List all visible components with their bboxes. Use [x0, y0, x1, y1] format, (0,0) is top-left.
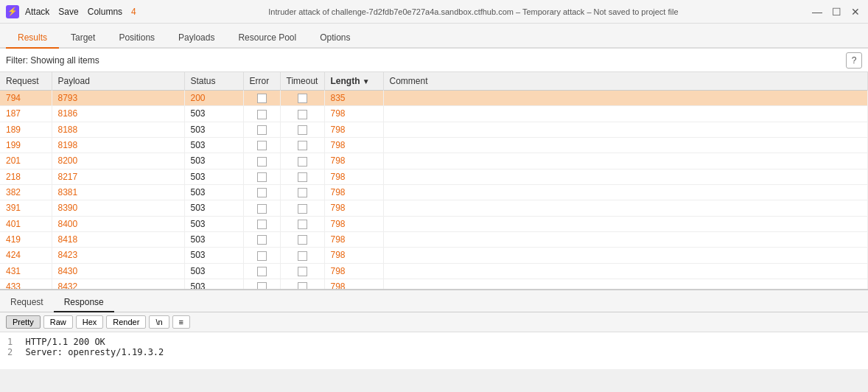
cell-request: 419 — [0, 231, 52, 247]
table-row[interactable]: 433 8432 503 798 — [0, 279, 868, 290]
tab-positions[interactable]: Positions — [107, 28, 167, 49]
viewer-hex-button[interactable]: Hex — [76, 315, 104, 329]
table-row[interactable]: 391 8390 503 798 — [0, 200, 868, 216]
table-row[interactable]: 199 8198 503 798 — [0, 137, 868, 153]
cell-timeout — [280, 137, 324, 153]
line-content-1: HTTP/1.1 200 OK — [25, 337, 105, 347]
close-button[interactable]: ✕ — [849, 6, 862, 18]
cell-error — [243, 200, 280, 216]
cell-timeout — [280, 153, 324, 169]
app-icon: ⚡ — [6, 5, 19, 18]
results-table-area[interactable]: Request Payload Status Error Timeout Len… — [0, 72, 868, 290]
line-content-2: Server: openresty/1.19.3.2 — [25, 347, 164, 357]
viewer-toolbar: Pretty Raw Hex Render \n ≡ — [0, 312, 868, 332]
table-row[interactable]: 794 8793 200 835 — [0, 91, 868, 106]
titlebar: ⚡ Attack Save Columns 4 Intruder attack … — [0, 0, 868, 24]
tab-resource-pool[interactable]: Resource Pool — [226, 28, 308, 49]
viewer-menu-button[interactable]: ≡ — [172, 315, 190, 329]
cell-comment — [383, 248, 868, 263]
table-body: 794 8793 200 835 187 8186 503 798 189 81… — [0, 91, 868, 290]
viewer-newline-button[interactable]: \n — [149, 315, 169, 329]
cell-error — [243, 91, 280, 106]
cell-status: 503 — [184, 279, 243, 290]
cell-length: 798 — [324, 137, 383, 153]
table-row[interactable]: 431 8430 503 798 — [0, 263, 868, 279]
maximize-button[interactable]: ☐ — [830, 6, 843, 18]
cell-error — [243, 122, 280, 137]
cell-comment — [383, 122, 868, 137]
viewer-pretty-button[interactable]: Pretty — [6, 315, 41, 329]
cell-request: 433 — [0, 279, 52, 290]
col-request[interactable]: Request — [0, 72, 52, 91]
code-view: 1 HTTP/1.1 200 OK 2 Server: openresty/1.… — [0, 332, 868, 369]
tab-response[interactable]: Response — [54, 293, 114, 312]
cell-comment — [383, 200, 868, 216]
cell-request: 391 — [0, 200, 52, 216]
cell-length: 798 — [324, 122, 383, 137]
cell-request: 199 — [0, 137, 52, 153]
table-header-row: Request Payload Status Error Timeout Len… — [0, 72, 868, 91]
cell-payload: 8432 — [52, 279, 184, 290]
cell-error — [243, 216, 280, 231]
table-row[interactable]: 201 8200 503 798 — [0, 153, 868, 169]
cell-error — [243, 137, 280, 153]
tab-payloads[interactable]: Payloads — [167, 28, 226, 49]
cell-comment — [383, 184, 868, 200]
cell-comment — [383, 137, 868, 153]
cell-length: 798 — [324, 153, 383, 169]
viewer-raw-button[interactable]: Raw — [43, 315, 73, 329]
col-comment[interactable]: Comment — [383, 72, 868, 91]
tab-results[interactable]: Results — [6, 28, 59, 49]
code-line-1: 1 HTTP/1.1 200 OK — [7, 337, 861, 347]
cell-error — [243, 169, 280, 184]
table-row[interactable]: 419 8418 503 798 — [0, 231, 868, 247]
bottom-tabbar: Request Response — [0, 290, 868, 312]
col-timeout[interactable]: Timeout — [280, 72, 324, 91]
menu-attack[interactable]: Attack — [25, 7, 49, 17]
menu-save[interactable]: Save — [58, 7, 78, 17]
col-payload[interactable]: Payload — [52, 72, 184, 91]
filter-text: Filter: Showing all items — [6, 55, 99, 66]
table-row[interactable]: 424 8423 503 798 — [0, 248, 868, 263]
menu-columns[interactable]: Columns — [88, 7, 122, 17]
cell-payload: 8423 — [52, 248, 184, 263]
cell-request: 382 — [0, 184, 52, 200]
cell-status: 503 — [184, 137, 243, 153]
help-button[interactable]: ? — [846, 52, 862, 69]
table-row[interactable]: 187 8186 503 798 — [0, 106, 868, 122]
sort-arrow-length: ▼ — [363, 77, 370, 85]
cell-timeout — [280, 200, 324, 216]
cell-timeout — [280, 91, 324, 106]
cell-comment — [383, 231, 868, 247]
table-row[interactable]: 382 8381 503 798 — [0, 184, 868, 200]
cell-comment — [383, 169, 868, 184]
col-error[interactable]: Error — [243, 72, 280, 91]
results-table: Request Payload Status Error Timeout Len… — [0, 72, 868, 290]
viewer-render-button[interactable]: Render — [106, 315, 146, 329]
cell-status: 503 — [184, 153, 243, 169]
cell-request: 189 — [0, 122, 52, 137]
tab-options[interactable]: Options — [308, 28, 362, 49]
cell-timeout — [280, 169, 324, 184]
window-controls: — ☐ ✕ — [811, 6, 862, 18]
tab-request[interactable]: Request — [0, 293, 54, 312]
cell-status: 503 — [184, 200, 243, 216]
cell-error — [243, 248, 280, 263]
col-status[interactable]: Status — [184, 72, 243, 91]
col-length[interactable]: Length ▼ — [324, 72, 383, 91]
code-line-2: 2 Server: openresty/1.19.3.2 — [7, 347, 861, 357]
table-row[interactable]: 218 8217 503 798 — [0, 169, 868, 184]
table-row[interactable]: 189 8188 503 798 — [0, 122, 868, 137]
cell-status: 503 — [184, 248, 243, 263]
cell-timeout — [280, 279, 324, 290]
table-row[interactable]: 401 8400 503 798 — [0, 216, 868, 231]
cell-comment — [383, 153, 868, 169]
tab-target[interactable]: Target — [59, 28, 107, 49]
cell-timeout — [280, 122, 324, 137]
cell-status: 503 — [184, 122, 243, 137]
cell-comment — [383, 263, 868, 279]
minimize-button[interactable]: — — [811, 6, 824, 18]
cell-status: 503 — [184, 263, 243, 279]
cell-payload: 8390 — [52, 200, 184, 216]
cell-comment — [383, 279, 868, 290]
